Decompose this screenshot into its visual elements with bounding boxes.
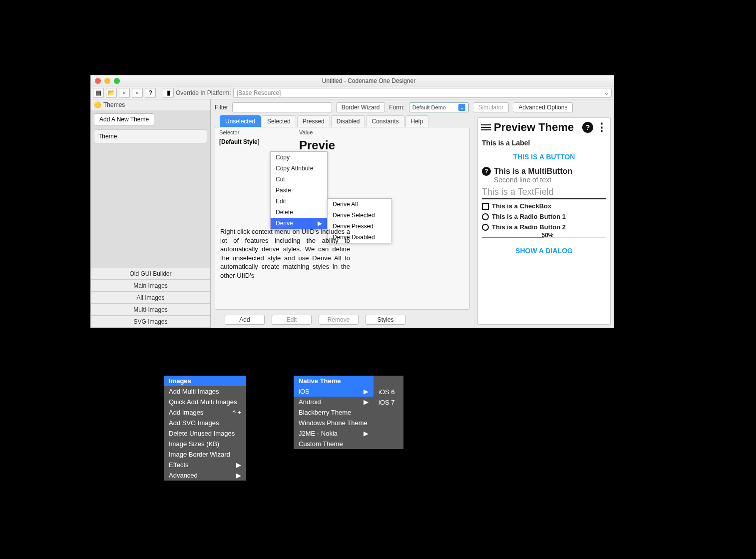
images-effects[interactable]: Effects▶ xyxy=(164,460,246,470)
edit-button[interactable]: Edit xyxy=(272,315,312,325)
images-popup-title: Images xyxy=(164,376,246,386)
tab-pressed[interactable]: Pressed xyxy=(297,115,330,127)
native-ios6[interactable]: iOS 6 xyxy=(374,387,403,397)
menu-derive-all[interactable]: Derive All xyxy=(328,199,391,210)
help-icon: ? xyxy=(482,167,491,176)
images-add-images-label: Add Images xyxy=(169,409,203,416)
multibutton-title: This is a MultiButton xyxy=(494,167,572,176)
default-style-row[interactable]: [Default Style] xyxy=(219,138,299,152)
minimize-icon[interactable] xyxy=(104,78,110,84)
toolbar-btn-3[interactable]: ▫ xyxy=(119,88,130,98)
form-combo[interactable]: Default Demo ⌄ xyxy=(409,102,469,112)
native-ios[interactable]: iOS▶ xyxy=(294,386,374,397)
menu-copy[interactable]: Copy xyxy=(271,152,327,163)
close-icon[interactable] xyxy=(95,78,101,84)
images-add-svg[interactable]: Add SVG Images xyxy=(164,418,246,428)
native-blackberry[interactable]: Blackberry Theme xyxy=(294,407,374,418)
menu-delete[interactable]: Delete xyxy=(271,207,327,218)
preview-pane: Preview Theme ? ⋮ This is a Label THIS I… xyxy=(474,115,614,328)
border-wizard-button[interactable]: Border Wizard xyxy=(336,102,385,112)
sidebar-item-multi-images[interactable]: Multi-Images xyxy=(91,304,210,316)
overflow-icon[interactable]: ⋮ xyxy=(596,121,607,134)
preview-title: Preview Theme xyxy=(494,121,579,134)
description-text: Right click context menu on UIID's inclu… xyxy=(220,227,350,280)
window-controls xyxy=(91,78,124,84)
preview-textfield[interactable]: This is a TextField xyxy=(482,187,606,199)
menu-cut[interactable]: Cut xyxy=(271,174,327,185)
help-icon[interactable]: ? xyxy=(582,122,593,133)
images-border-wizard[interactable]: Image Border Wizard xyxy=(164,449,246,460)
images-quick-add-multi[interactable]: Quick Add Multi Images xyxy=(164,397,246,407)
images-add-images[interactable]: Add Images ^ + xyxy=(164,407,246,418)
chevron-right-icon: ▶ xyxy=(364,388,369,395)
images-add-multi[interactable]: Add Multi Images xyxy=(164,386,246,397)
native-winphone[interactable]: Windows Phone Theme xyxy=(294,418,374,428)
menu-derive-label: Derive xyxy=(276,220,293,227)
native-ios7[interactable]: iOS 7 xyxy=(374,397,403,408)
preview-radio-1[interactable]: This is a Radio Button 1 xyxy=(482,213,606,220)
menu-copy-attribute[interactable]: Copy Attribute xyxy=(271,163,327,174)
simulator-button[interactable]: Simulator xyxy=(473,102,509,112)
col-value: Value xyxy=(299,129,313,135)
tab-disabled[interactable]: Disabled xyxy=(331,115,366,127)
chevron-updown-icon: ⌄ xyxy=(458,104,465,111)
filter-input[interactable] xyxy=(232,102,332,112)
zoom-icon[interactable] xyxy=(114,78,120,84)
tab-selected[interactable]: Selected xyxy=(262,115,296,127)
slider-value: 50% xyxy=(542,232,554,239)
chevron-right-icon: ▶ xyxy=(364,398,369,406)
override-platform-combo[interactable]: [Base Resource] ⌵ xyxy=(233,88,612,98)
toolbar-btn-help-icon[interactable]: ? xyxy=(145,88,156,98)
toolbar-btn-4[interactable]: ▫ xyxy=(132,88,143,98)
native-popup-title: Native Theme xyxy=(294,376,374,386)
advanced-options-button[interactable]: Advanced Options xyxy=(513,102,573,112)
native-j2me[interactable]: J2ME - Nokia▶ xyxy=(294,428,374,439)
preview-slider[interactable]: 50% xyxy=(482,234,606,241)
radio-2-label: This is a Radio Button 2 xyxy=(492,223,566,231)
toolbar-btn-1[interactable]: ▤ xyxy=(93,88,104,98)
remove-button[interactable]: Remove xyxy=(319,315,359,325)
preview-button[interactable]: THIS IS A BUTTON xyxy=(482,150,606,164)
override-platform-value: [Base Resource] xyxy=(237,89,281,96)
native-ios-submenu: iOS 6 iOS 7 xyxy=(374,376,403,449)
preview-multibutton[interactable]: ? This is a MultiButton Second line of t… xyxy=(482,167,606,184)
hamburger-icon[interactable] xyxy=(481,124,491,130)
preview-show-dialog[interactable]: SHOW A DIALOG xyxy=(482,244,606,258)
toolbar-btn-6[interactable]: ▮ xyxy=(163,88,174,98)
styles-button[interactable]: Styles xyxy=(366,315,405,325)
sidebar-item-old-gui[interactable]: Old GUI Builder xyxy=(91,268,210,280)
native-custom[interactable]: Custom Theme xyxy=(294,439,374,449)
add-theme-button[interactable]: Add A New Theme xyxy=(94,113,154,125)
form-label: Form: xyxy=(389,104,404,111)
theme-item[interactable]: Theme xyxy=(94,129,207,143)
titlebar: Untitled - Codename One Designer xyxy=(91,75,614,86)
native-android[interactable]: Android▶ xyxy=(294,397,374,407)
images-sizes[interactable]: Image Sizes (KB) xyxy=(164,439,246,449)
images-advanced[interactable]: Advanced▶ xyxy=(164,470,246,481)
preview-checkbox[interactable]: This is a CheckBox xyxy=(482,202,606,210)
multibutton-subtitle: Second line of text xyxy=(494,176,572,184)
tab-unselected[interactable]: Unselected xyxy=(220,115,261,127)
sidebar-item-all-images[interactable]: All Images xyxy=(91,292,210,304)
preview-radio-2[interactable]: This is a Radio Button 2 xyxy=(482,223,606,231)
native-android-label: Android xyxy=(299,398,321,406)
themes-section-label: Themes xyxy=(103,101,125,108)
native-ios-label: iOS xyxy=(299,388,310,395)
menu-edit[interactable]: Edit xyxy=(271,196,327,207)
tab-help[interactable]: Help xyxy=(405,115,429,127)
images-advanced-label: Advanced xyxy=(169,472,198,479)
toolbar-btn-open-icon[interactable]: 📂 xyxy=(106,88,117,98)
checkbox-icon xyxy=(482,203,489,210)
radio-icon xyxy=(482,224,489,231)
override-label: Override In Platform: xyxy=(176,89,231,96)
sidebar-item-main-images[interactable]: Main Images xyxy=(91,280,210,292)
radio-icon xyxy=(482,213,489,220)
images-delete-unused[interactable]: Delete Unused Images xyxy=(164,428,246,439)
default-style-preview: Previe xyxy=(299,138,335,152)
sidebar-item-svg-images[interactable]: SVG Images xyxy=(91,316,210,328)
menu-derive-selected[interactable]: Derive Selected xyxy=(328,210,391,221)
tab-constants[interactable]: Constants xyxy=(366,115,404,127)
menu-paste[interactable]: Paste xyxy=(271,185,327,196)
add-button[interactable]: Add xyxy=(225,315,265,325)
left-pane: 🟡 Themes Add A New Theme Theme Old GUI B… xyxy=(91,99,211,328)
